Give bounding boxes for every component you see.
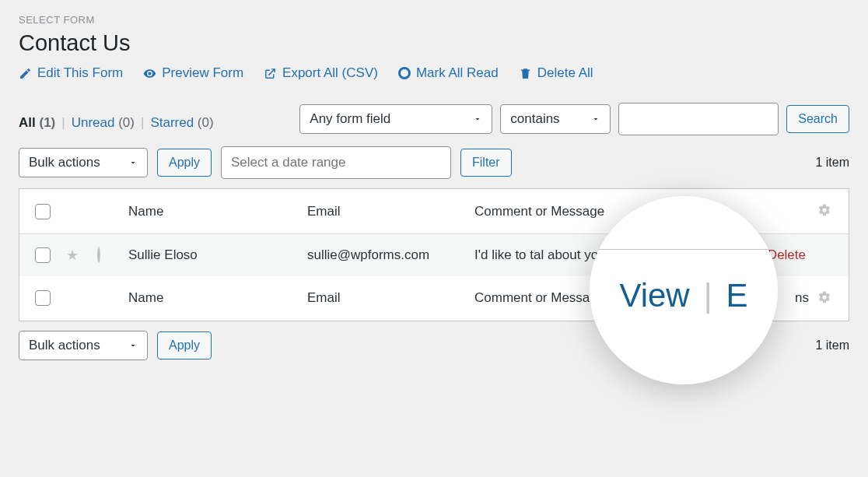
status-unread-label: Unread: [72, 115, 115, 130]
chevron-down-icon: [591, 114, 600, 124]
status-filters: All (1) | Unread (0) | Starred (0): [19, 107, 214, 131]
read-status-icon[interactable]: [97, 247, 100, 263]
trash-icon: [519, 67, 532, 80]
magnifier-overlay: View | E: [590, 196, 778, 384]
gear-icon: [817, 203, 831, 217]
search-button[interactable]: Search: [786, 105, 849, 133]
col-email[interactable]: Email: [307, 204, 474, 219]
action-links-bar: Edit This Form Preview Form Export All (…: [19, 65, 849, 81]
row-checkbox[interactable]: [35, 247, 51, 263]
status-starred-label: Starred: [150, 115, 194, 130]
cell-name: Sullie Eloso: [128, 247, 307, 263]
delete-all-label: Delete All: [537, 65, 593, 81]
apply-button-bottom[interactable]: Apply: [157, 331, 212, 360]
items-count-top: 1 item: [815, 156, 849, 170]
preview-form-label: Preview Form: [162, 65, 243, 81]
filter-button[interactable]: Filter: [460, 149, 512, 177]
status-unread-count: (0): [118, 115, 135, 130]
edit-form-label: Edit This Form: [37, 65, 123, 81]
cell-email: sullie@wpforms.com: [307, 247, 474, 263]
eye-icon: [143, 67, 156, 80]
field-select[interactable]: Any form field: [299, 104, 492, 134]
chevron-down-icon: [473, 114, 482, 124]
status-sep-1: |: [61, 115, 65, 131]
col-name[interactable]: Name: [128, 204, 307, 219]
items-count-bottom: 1 item: [815, 338, 849, 352]
gear-icon-bottom[interactable]: [809, 290, 840, 307]
status-all-count: (1): [39, 115, 55, 130]
date-range-input[interactable]: [221, 146, 451, 179]
bulk-actions-value-top: Bulk actions: [29, 155, 100, 170]
page-title: Contact Us: [19, 30, 849, 56]
field-select-value: Any form field: [310, 111, 390, 127]
chevron-down-icon: [128, 341, 138, 350]
export-all-link[interactable]: Export All (CSV): [264, 65, 378, 81]
operator-select-value: contains: [510, 111, 559, 127]
status-starred[interactable]: Starred (0): [150, 115, 213, 131]
delete-all-link[interactable]: Delete All: [519, 65, 593, 81]
circle-icon: [398, 67, 411, 79]
gear-icon: [817, 290, 831, 304]
col-name-foot[interactable]: Name: [128, 290, 307, 306]
magnified-edit-link-partial[interactable]: E: [726, 277, 748, 314]
magnified-sep: |: [704, 277, 712, 314]
status-all-label: All: [19, 115, 36, 130]
bulk-actions-select-top[interactable]: Bulk actions: [19, 148, 148, 177]
bulk-actions-value-bottom: Bulk actions: [29, 338, 100, 353]
gear-icon-top[interactable]: [809, 203, 840, 219]
export-all-label: Export All (CSV): [282, 65, 378, 81]
magnifier-divider: [590, 249, 778, 250]
filter-row-2: Bulk actions Apply Filter 1 item: [19, 146, 849, 179]
select-all-checkbox-top[interactable]: [35, 204, 51, 219]
bulk-actions-select-bottom[interactable]: Bulk actions: [19, 331, 148, 360]
preview-form-link[interactable]: Preview Form: [143, 65, 243, 81]
mark-all-read-link[interactable]: Mark All Read: [398, 65, 499, 81]
status-starred-count: (0): [198, 115, 214, 130]
pencil-icon: [19, 67, 32, 80]
star-icon[interactable]: ★: [66, 247, 79, 263]
search-value-input[interactable]: [618, 103, 779, 135]
select-all-checkbox-bottom[interactable]: [35, 290, 51, 306]
edit-form-link[interactable]: Edit This Form: [19, 65, 123, 81]
select-form-label: SELECT FORM: [19, 14, 849, 26]
mark-all-read-label: Mark All Read: [416, 65, 499, 81]
status-all[interactable]: All (1): [19, 115, 55, 131]
apply-button-top[interactable]: Apply: [157, 149, 212, 177]
filter-row-1: All (1) | Unread (0) | Starred (0) Any f…: [19, 103, 849, 135]
status-unread[interactable]: Unread (0): [72, 115, 135, 131]
export-icon: [264, 67, 277, 80]
status-sep-2: |: [141, 115, 144, 131]
operator-select[interactable]: contains: [500, 104, 611, 134]
magnified-view-link[interactable]: View: [619, 277, 689, 314]
chevron-down-icon: [128, 158, 138, 167]
col-email-foot[interactable]: Email: [307, 290, 474, 306]
row-action-delete[interactable]: Delete: [768, 247, 806, 262]
